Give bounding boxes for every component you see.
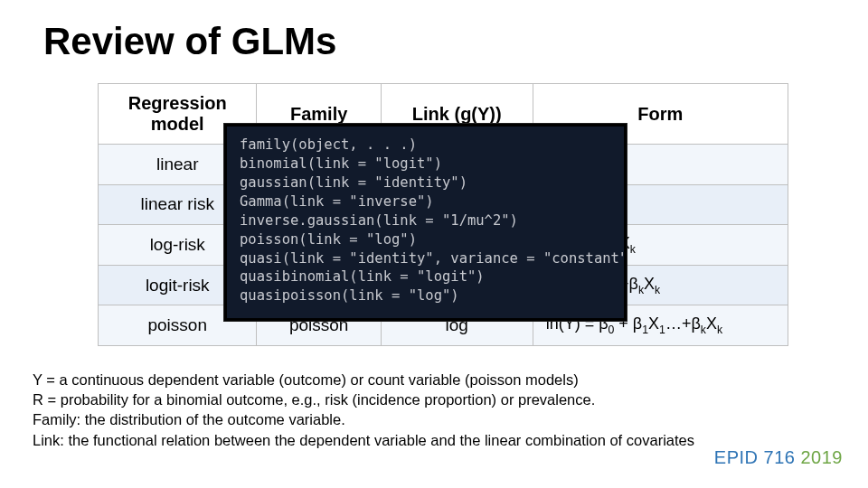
code-line: inverse.gaussian(link = "1/mu^2") — [240, 211, 611, 230]
note-line: Family: the distribution of the outcome … — [33, 409, 694, 429]
footer-course: EPID 716 — [714, 447, 796, 467]
footnotes: Y = a continuous dependent variable (out… — [33, 370, 694, 450]
note-line: Y = a continuous dependent variable (out… — [33, 370, 694, 389]
code-line: quasibinomial(link = "logit") — [240, 267, 611, 286]
code-overlay: family(object, . . .) binomial(link = "l… — [224, 124, 627, 321]
slide: Review of GLMs Regression model Family L… — [0, 0, 868, 488]
footer: EPID 716 2019 — [714, 447, 843, 468]
page-title: Review of GLMs — [43, 20, 825, 63]
code-line: Gamma(link = "inverse") — [240, 192, 611, 211]
note-line: Link: the functional relation between th… — [33, 430, 694, 450]
code-line: quasi(link = "identity", variance = "con… — [240, 249, 611, 268]
footer-year: 2019 — [801, 447, 844, 467]
code-line: family(object, . . .) — [240, 136, 611, 155]
code-line: gaussian(link = "identity") — [240, 174, 611, 192]
code-line: quasipoisson(link = "log") — [240, 286, 611, 305]
code-line: binomial(link = "logit") — [240, 155, 611, 174]
table-container: Regression model Family Link (g(Y)) Form… — [98, 83, 788, 346]
note-line: R = probability for a binomial outcome, … — [33, 389, 694, 409]
code-line: poisson(link = "log") — [240, 230, 611, 249]
